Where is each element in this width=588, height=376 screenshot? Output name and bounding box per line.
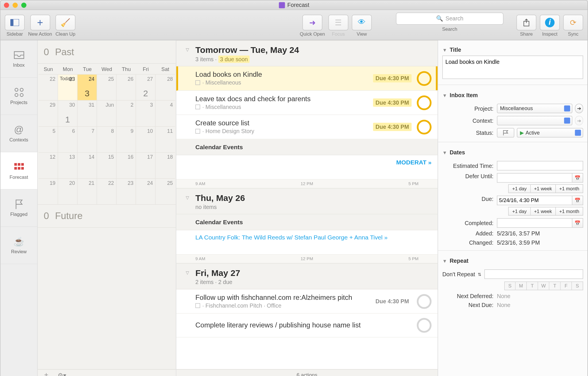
calendar-cell[interactable]: 22	[38, 74, 58, 100]
share-button[interactable]	[517, 15, 536, 30]
calendar-cell[interactable]: 8	[97, 126, 117, 152]
calendar-cell[interactable]: 12	[38, 152, 58, 179]
day-header[interactable]: ▽Thu, May 26no items	[176, 188, 438, 214]
inspector-title-header[interactable]: ▼Title	[442, 44, 583, 55]
completed-field[interactable]	[497, 218, 572, 228]
dow-toggle[interactable]: F	[561, 281, 572, 290]
calendar-cell[interactable]: 9	[117, 126, 136, 152]
status-select[interactable]: ▶Active	[517, 128, 583, 137]
sidebar-item-projects[interactable]: Projects	[1, 78, 37, 115]
calendar-cell[interactable]: 20	[58, 178, 78, 204]
complete-checkbox[interactable]	[417, 120, 432, 134]
task-row[interactable]: Complete literary reviews / publishing h…	[176, 314, 438, 337]
new-action-button[interactable]: +	[30, 15, 50, 30]
calendar-cell[interactable]: 2	[117, 100, 136, 126]
focus-button[interactable]: ☰	[328, 15, 348, 30]
clean-up-button[interactable]: 🧹	[55, 15, 75, 30]
day-header[interactable]: ▽Tomorrow — Tue, May 243 items · 3 due s…	[176, 40, 438, 66]
inspector-repeat-header[interactable]: ▼Repeat	[442, 255, 583, 267]
calendar-cell[interactable]: 301	[58, 100, 78, 126]
add-button[interactable]: ＋	[43, 371, 50, 376]
calendar-cell[interactable]: 25	[156, 178, 175, 204]
complete-checkbox[interactable]	[417, 294, 432, 308]
view-button[interactable]: 👁	[352, 15, 372, 30]
task-row[interactable]: Create source list · Home Design StoryDu…	[176, 115, 438, 139]
sidebar-item-review[interactable]: ☕ Review	[1, 227, 37, 264]
calendar-cell[interactable]: 272	[136, 74, 156, 100]
gear-icon[interactable]: ⚙▾	[58, 371, 66, 376]
calendar-cell[interactable]: 10	[136, 126, 156, 152]
calendar-cell[interactable]: 23	[117, 178, 136, 204]
calendar-cell[interactable]: 5	[38, 126, 58, 152]
sidebar-toggle-button[interactable]	[5, 15, 25, 30]
calendar-cell[interactable]: 17	[136, 152, 156, 179]
calendar-event[interactable]: LA Country Folk: The Wild Reeds w/ Stefa…	[196, 234, 432, 241]
calendar-cell[interactable]: 19	[38, 178, 58, 204]
calendar-cell[interactable]: 3	[136, 100, 156, 126]
inspector-dates-header[interactable]: ▼Dates	[442, 147, 583, 158]
flag-toggle[interactable]	[497, 128, 514, 137]
calendar-cell[interactable]: 21	[78, 178, 97, 204]
calendar-cell[interactable]: 28	[156, 74, 175, 100]
day-header[interactable]: ▽Fri, May 272 items · 2 due	[176, 263, 438, 289]
calendar-cell[interactable]: Jun	[97, 100, 117, 126]
date-offset-button[interactable]: +1 month	[556, 207, 583, 216]
task-row[interactable]: Leave tax docs and check for parents · M…	[176, 91, 438, 115]
dow-toggle[interactable]: W	[538, 281, 549, 290]
inspector-inbox-header[interactable]: ▼Inbox Item	[442, 89, 583, 101]
sync-button[interactable]: ⟳	[563, 15, 583, 30]
date-offset-button[interactable]: +1 month	[556, 184, 583, 193]
sidebar-item-flagged[interactable]: Flagged	[1, 189, 37, 227]
complete-checkbox[interactable]	[417, 95, 432, 110]
calendar-cell[interactable]: 11	[156, 126, 175, 152]
zoom-window-button[interactable]	[21, 2, 26, 7]
dow-toggle[interactable]: T	[549, 281, 560, 290]
inspect-button[interactable]: i	[540, 15, 560, 30]
context-goto-button[interactable]: ➔	[575, 116, 583, 125]
calendar-cell[interactable]: 13	[58, 152, 78, 179]
calendar-cell[interactable]: 26	[117, 74, 136, 100]
title-field[interactable]	[442, 55, 583, 79]
future-row[interactable]: 0 Future	[38, 204, 176, 228]
minimize-window-button[interactable]	[13, 2, 18, 7]
project-goto-button[interactable]: ➔	[575, 104, 583, 113]
calendar-cell[interactable]: 14	[78, 152, 97, 179]
calendar-cell[interactable]: 6	[58, 126, 78, 152]
sidebar-item-inbox[interactable]: Inbox	[1, 40, 37, 78]
dow-toggle[interactable]: S	[504, 281, 515, 290]
task-row[interactable]: Follow up with fishchannel.com re:Alzhei…	[176, 289, 438, 314]
date-offset-button[interactable]: +1 week	[531, 184, 556, 193]
calendar-event[interactable]: MODERAT »	[396, 159, 432, 166]
calendar-cell[interactable]: 24	[136, 178, 156, 204]
calendar-cell[interactable]: 22	[97, 178, 117, 204]
task-row[interactable]: Load books on Kindle · MiscellaneousDue …	[176, 66, 438, 91]
due-field[interactable]	[497, 196, 572, 205]
search-field[interactable]: 🔍 Search	[396, 12, 503, 24]
calendar-cell[interactable]: 4	[156, 100, 175, 126]
sidebar-item-contexts[interactable]: @ Contexts	[1, 115, 37, 152]
complete-checkbox[interactable]	[417, 318, 432, 333]
calendar-cell[interactable]: 23Today	[58, 74, 78, 100]
calendar-cell[interactable]: 29	[38, 100, 58, 126]
date-offset-button[interactable]: +1 week	[531, 207, 556, 216]
calendar-cell[interactable]: 16	[117, 152, 136, 179]
dow-toggle[interactable]: M	[516, 281, 527, 290]
context-select[interactable]	[497, 116, 572, 125]
calendar-cell[interactable]: 25	[97, 74, 117, 100]
sidebar-item-forecast[interactable]: Forecast	[1, 152, 37, 190]
calendar-cell[interactable]: 15	[97, 152, 117, 179]
repeat-field[interactable]	[485, 269, 583, 279]
dow-toggle[interactable]: T	[527, 281, 538, 290]
repeat-mode-select[interactable]: Don't Repeat⇅	[442, 271, 481, 277]
dow-toggle[interactable]: S	[572, 281, 583, 290]
date-offset-button[interactable]: +1 day	[508, 184, 530, 193]
past-row[interactable]: 0 Past	[38, 40, 176, 64]
calendar-cell[interactable]: 31	[78, 100, 97, 126]
calendar-icon[interactable]: 📅	[572, 173, 583, 183]
quick-open-button[interactable]: ➜	[302, 15, 322, 30]
calendar-cell[interactable]: 7	[78, 126, 97, 152]
calendar-cell[interactable]: 243	[78, 74, 97, 100]
estimated-field[interactable]	[497, 161, 583, 170]
complete-checkbox[interactable]	[417, 71, 432, 86]
calendar-icon[interactable]: 📅	[572, 218, 583, 228]
